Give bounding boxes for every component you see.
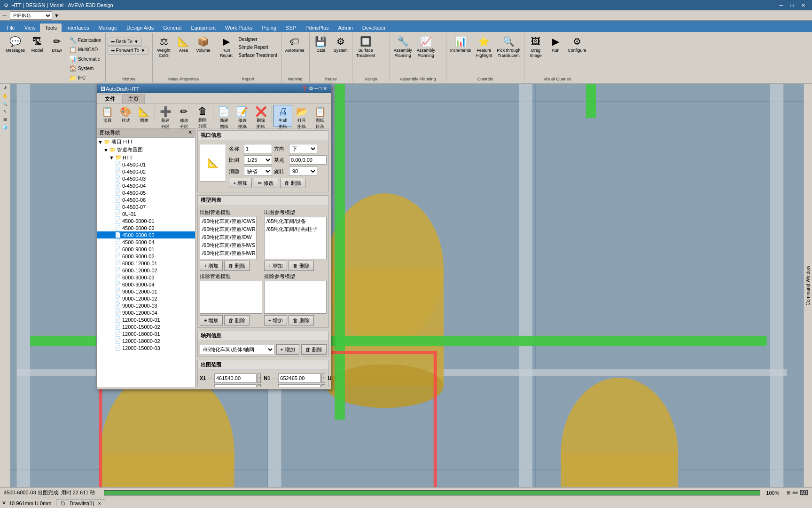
style-tool[interactable]: 🎨 样式: [117, 105, 134, 127]
configure-btn[interactable]: ⚙ Configure: [566, 35, 588, 54]
drag-image-btn[interactable]: 🖼 DragImage: [526, 35, 545, 59]
view-add-btn[interactable]: + 增加: [229, 178, 252, 188]
feature-highlight-btn[interactable]: ⭐ FeatureHighlight: [474, 35, 494, 59]
modify-drawing-tool[interactable]: 📝 修改图纸: [234, 105, 251, 127]
title-block-tool[interactable]: 📐 图签: [135, 105, 153, 127]
tab-admin[interactable]: Admin: [334, 24, 358, 32]
rotate-icon[interactable]: ↺: [0, 85, 9, 92]
view-modify-btn[interactable]: ✏ 修改: [254, 178, 278, 188]
system-btn[interactable]: 🏠 System: [67, 64, 103, 73]
n2-input[interactable]: [278, 384, 320, 387]
tab-developer[interactable]: Developer: [358, 24, 390, 32]
n1-input[interactable]: [278, 373, 320, 383]
model-btn[interactable]: 🏗 Model: [28, 35, 47, 84]
fabrication-btn[interactable]: 🔧 Fabrication: [67, 36, 103, 45]
schematic-btn[interactable]: 📊 Schematic: [67, 55, 103, 64]
tree-item-22[interactable]: 📄 12000-15000-01: [97, 316, 195, 323]
x1-minus-btn[interactable]: +: [258, 373, 261, 383]
surface-treatment-report-btn[interactable]: Surface Treatment: [237, 52, 279, 59]
tab-file[interactable]: File: [2, 24, 20, 32]
tree-item-4[interactable]: 📄 0-4500-05: [97, 189, 195, 196]
open-drawing-tool[interactable]: 📂 打开图纸: [293, 105, 311, 127]
view-delete-btn[interactable]: 🗑 删除: [280, 178, 305, 188]
run-report-btn[interactable]: ▶ RunReport: [217, 35, 236, 59]
run-btn[interactable]: ▶ Run: [546, 35, 565, 54]
view3d-icon[interactable]: 🧊: [0, 124, 9, 131]
exclude-add-btn[interactable]: + 增加: [200, 315, 223, 325]
tab-piping[interactable]: Piping: [257, 24, 281, 32]
tree-item-1[interactable]: 📄 0-4500-02: [97, 168, 195, 175]
include-item-0[interactable]: /65纯化车间/管道/CWS: [200, 217, 262, 225]
clip-select[interactable]: 缺省: [244, 167, 272, 176]
direction-select[interactable]: 下: [289, 144, 317, 153]
tree-item-6[interactable]: 📄 0-4500-07: [97, 203, 195, 210]
fit-icon[interactable]: ⊞: [0, 116, 9, 123]
piping-select[interactable]: PIPING: [10, 11, 52, 20]
drawlist-tab-close[interactable]: ×: [98, 500, 101, 506]
tree-item-26[interactable]: 📄 12000-15000-03: [97, 344, 195, 351]
draw-btn[interactable]: ✏ Draw: [47, 35, 66, 84]
pan-icon[interactable]: ✋: [0, 93, 9, 100]
x2-minus-btn[interactable]: +: [258, 384, 261, 387]
name-input[interactable]: [244, 144, 272, 153]
exclude-ref-add-btn[interactable]: + 增加: [264, 315, 287, 325]
tree-item-htt[interactable]: ▼ 📁 HTT: [97, 154, 195, 161]
tab-view[interactable]: View: [20, 24, 40, 32]
include-scrollbar[interactable]: [256, 217, 262, 259]
tab-tools[interactable]: Tools: [40, 24, 62, 32]
tab-design-aids[interactable]: Design Aids: [122, 24, 158, 32]
include-item-1[interactable]: /65纯化车间/管道/CWR: [200, 225, 262, 233]
assembly-planning-btn[interactable]: 🔧 AssemblyPlanning: [392, 35, 414, 59]
tree-item-2[interactable]: 📄 0-4500-03: [97, 175, 195, 182]
tree-item-20[interactable]: 📄 9000-12000-03: [97, 302, 195, 309]
tree-item-0[interactable]: 📄 0-4500-01: [97, 161, 195, 168]
ref-add-btn[interactable]: + 增加: [264, 261, 287, 271]
tree-item-pipe-layout[interactable]: ▼ 📁 管道布置图: [97, 146, 195, 154]
exclude-ref-delete-btn[interactable]: 🗑 删除: [289, 315, 314, 325]
dialog-controls[interactable]: ❓ ⚙ ─ □ ✕: [301, 86, 327, 92]
exclude-ref-list[interactable]: [264, 281, 327, 314]
maximize-btn[interactable]: □: [788, 2, 796, 8]
tree-item-11[interactable]: 📄 4500-6000-04: [97, 238, 195, 246]
ref-item-1[interactable]: /65纯化车间/结构/柱子: [265, 225, 326, 233]
tree-item-7[interactable]: 📄 0U-01: [97, 210, 195, 217]
drawlist-tab[interactable]: 1) - Drawlist(1) ×: [56, 500, 105, 507]
minimize-btn[interactable]: ─: [777, 2, 786, 8]
pick-through-btn[interactable]: 🔍 Pick throughTranslucent: [495, 35, 522, 59]
dialog-min-btn[interactable]: ─: [314, 86, 318, 92]
modify-zone-tool[interactable]: ✏ 修改分区: [175, 105, 193, 127]
drawing-catalog-tool[interactable]: 📋 图纸目录: [312, 105, 329, 127]
new-drawing-tool[interactable]: 📄 新建图纸: [215, 105, 233, 127]
tree-item-19[interactable]: 📄 9000-12000-02: [97, 295, 195, 302]
include-item-3[interactable]: /65纯化车间/管道/HWS: [200, 241, 262, 249]
tree-item-23[interactable]: 📄 12000-15000-02: [97, 323, 195, 330]
ref-list[interactable]: /65纯化车间/设备 /65纯化车间/结构/柱子: [264, 217, 327, 259]
data-btn[interactable]: 💾 Data: [312, 35, 330, 54]
multicad-btn[interactable]: 📋 MultiCAD: [67, 45, 103, 54]
generate-drawing-tool[interactable]: 🖨 生成图纸: [273, 105, 292, 127]
messages-btn[interactable]: 💬 Messages: [4, 35, 27, 84]
tree-close-btn[interactable]: ✕: [188, 129, 192, 136]
volume-btn[interactable]: 📦 Volume: [194, 35, 213, 54]
x1-input[interactable]: [214, 373, 257, 383]
tree-item-13[interactable]: 📄 6000-9000-02: [97, 253, 195, 260]
tree-item-5[interactable]: 📄 0-4500-06: [97, 196, 195, 203]
tree-item-16[interactable]: 📄 6000-9000-03: [97, 274, 195, 281]
tab-pdmsplus[interactable]: PdmsPlus: [301, 24, 334, 32]
n2-minus-btn[interactable]: +: [321, 384, 325, 387]
dialog-tab-file[interactable]: 文件: [99, 94, 121, 103]
tree-item-18[interactable]: 📄 9000-12000-01: [97, 288, 195, 295]
include-item-4[interactable]: /65纯化车间/管道/HWR: [200, 249, 262, 257]
axis-add-btn[interactable]: + 增加: [276, 344, 299, 355]
project-tool[interactable]: 📋 项目: [99, 105, 116, 127]
close-btn[interactable]: ✕: [798, 2, 808, 8]
tree-item-12[interactable]: 📄 6000-9000-01: [97, 246, 195, 253]
delete-zone-tool[interactable]: 🗑 删除分区: [194, 105, 211, 127]
title-bar-controls[interactable]: ─ □ ✕: [777, 2, 808, 8]
tree-item-15[interactable]: 📄 6000-12000-02: [97, 267, 195, 274]
include-add-btn[interactable]: + 增加: [200, 261, 223, 271]
n1-minus-btn[interactable]: +: [321, 373, 325, 383]
tree-item-14[interactable]: 📄 6000-12000-01: [97, 260, 195, 267]
surface-treatment-btn[interactable]: 🔲 SurfaceTreatment: [354, 35, 377, 59]
simple-report-btn[interactable]: Simple Report: [237, 44, 279, 51]
